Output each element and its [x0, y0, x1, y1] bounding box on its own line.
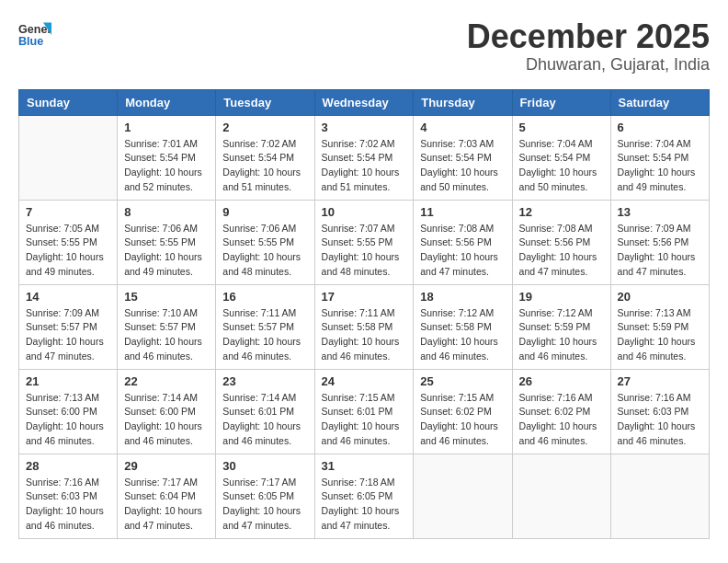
day-info: Sunrise: 7:18 AMSunset: 6:05 PMDaylight:… — [322, 476, 407, 534]
day-info: Sunrise: 7:16 AMSunset: 6:03 PMDaylight:… — [618, 391, 702, 449]
day-info: Sunrise: 7:06 AMSunset: 5:55 PMDaylight:… — [222, 222, 307, 280]
day-number: 25 — [420, 374, 505, 388]
day-number: 3 — [322, 121, 407, 134]
header-sunday: Sunday — [19, 89, 118, 115]
table-cell: 6Sunrise: 7:04 AMSunset: 5:54 PMDaylight… — [610, 115, 709, 200]
day-number: 17 — [322, 290, 407, 304]
day-number: 19 — [519, 290, 604, 304]
days-header-row: Sunday Monday Tuesday Wednesday Thursday… — [19, 89, 710, 115]
day-info: Sunrise: 7:02 AMSunset: 5:54 PMDaylight:… — [322, 137, 407, 195]
week-row: 7Sunrise: 7:05 AMSunset: 5:55 PMDaylight… — [19, 200, 710, 284]
day-info: Sunrise: 7:08 AMSunset: 5:56 PMDaylight:… — [420, 222, 505, 280]
table-cell: 21Sunrise: 7:13 AMSunset: 6:00 PMDayligh… — [19, 369, 118, 454]
day-info: Sunrise: 7:09 AMSunset: 5:57 PMDaylight:… — [26, 306, 110, 364]
table-cell: 17Sunrise: 7:11 AMSunset: 5:58 PMDayligh… — [314, 284, 414, 369]
day-info: Sunrise: 7:15 AMSunset: 6:01 PMDaylight:… — [322, 391, 407, 449]
table-cell: 19Sunrise: 7:12 AMSunset: 5:59 PMDayligh… — [512, 284, 610, 369]
table-cell: 28Sunrise: 7:16 AMSunset: 6:03 PMDayligh… — [19, 454, 118, 538]
table-cell: 29Sunrise: 7:17 AMSunset: 6:04 PMDayligh… — [118, 454, 216, 538]
day-number: 30 — [222, 459, 307, 473]
day-info: Sunrise: 7:14 AMSunset: 6:00 PMDaylight:… — [124, 391, 209, 449]
table-cell: 18Sunrise: 7:12 AMSunset: 5:58 PMDayligh… — [414, 284, 512, 369]
logo: General Blue — [18, 18, 51, 52]
day-info: Sunrise: 7:16 AMSunset: 6:03 PMDaylight:… — [26, 476, 110, 534]
day-number: 23 — [222, 374, 307, 388]
table-cell: 11Sunrise: 7:08 AMSunset: 5:56 PMDayligh… — [414, 200, 512, 284]
header-monday: Monday — [118, 89, 216, 115]
day-info: Sunrise: 7:01 AMSunset: 5:54 PMDaylight:… — [124, 137, 209, 195]
header: General Blue December 2025 Dhuwaran, Guj… — [18, 18, 710, 75]
week-row: 14Sunrise: 7:09 AMSunset: 5:57 PMDayligh… — [19, 284, 710, 369]
day-number: 15 — [124, 290, 209, 304]
table-cell — [19, 115, 118, 200]
day-info: Sunrise: 7:10 AMSunset: 5:57 PMDaylight:… — [124, 306, 209, 364]
week-row: 21Sunrise: 7:13 AMSunset: 6:00 PMDayligh… — [19, 369, 710, 454]
day-info: Sunrise: 7:14 AMSunset: 6:01 PMDaylight:… — [222, 391, 307, 449]
day-info: Sunrise: 7:12 AMSunset: 5:58 PMDaylight:… — [420, 306, 505, 364]
day-info: Sunrise: 7:09 AMSunset: 5:56 PMDaylight:… — [618, 222, 702, 280]
month-title: December 2025 — [467, 18, 710, 55]
day-number: 1 — [124, 121, 209, 134]
day-number: 2 — [222, 121, 307, 134]
table-cell: 27Sunrise: 7:16 AMSunset: 6:03 PMDayligh… — [610, 369, 709, 454]
logo-icon: General Blue — [18, 18, 51, 52]
table-cell: 7Sunrise: 7:05 AMSunset: 5:55 PMDaylight… — [19, 200, 118, 284]
table-cell: 15Sunrise: 7:10 AMSunset: 5:57 PMDayligh… — [118, 284, 216, 369]
day-info: Sunrise: 7:07 AMSunset: 5:55 PMDaylight:… — [322, 222, 407, 280]
day-number: 8 — [124, 205, 209, 219]
svg-text:Blue: Blue — [18, 35, 43, 48]
day-number: 21 — [26, 374, 110, 388]
day-info: Sunrise: 7:12 AMSunset: 5:59 PMDaylight:… — [519, 306, 604, 364]
table-cell: 4Sunrise: 7:03 AMSunset: 5:54 PMDaylight… — [414, 115, 512, 200]
header-tuesday: Tuesday — [216, 89, 314, 115]
table-cell: 16Sunrise: 7:11 AMSunset: 5:57 PMDayligh… — [216, 284, 314, 369]
day-number: 9 — [222, 205, 307, 219]
day-info: Sunrise: 7:17 AMSunset: 6:05 PMDaylight:… — [222, 476, 307, 534]
day-number: 10 — [322, 205, 407, 219]
table-cell: 2Sunrise: 7:02 AMSunset: 5:54 PMDaylight… — [216, 115, 314, 200]
day-info: Sunrise: 7:08 AMSunset: 5:56 PMDaylight:… — [519, 222, 604, 280]
table-cell: 1Sunrise: 7:01 AMSunset: 5:54 PMDaylight… — [118, 115, 216, 200]
day-number: 13 — [618, 205, 702, 219]
table-cell: 22Sunrise: 7:14 AMSunset: 6:00 PMDayligh… — [118, 369, 216, 454]
header-wednesday: Wednesday — [314, 89, 414, 115]
day-info: Sunrise: 7:05 AMSunset: 5:55 PMDaylight:… — [26, 222, 110, 280]
day-number: 18 — [420, 290, 505, 304]
day-info: Sunrise: 7:04 AMSunset: 5:54 PMDaylight:… — [519, 137, 604, 195]
calendar: Sunday Monday Tuesday Wednesday Thursday… — [18, 89, 710, 539]
table-cell: 8Sunrise: 7:06 AMSunset: 5:55 PMDaylight… — [118, 200, 216, 284]
table-cell: 12Sunrise: 7:08 AMSunset: 5:56 PMDayligh… — [512, 200, 610, 284]
day-number: 16 — [222, 290, 307, 304]
week-row: 1Sunrise: 7:01 AMSunset: 5:54 PMDaylight… — [19, 115, 710, 200]
day-number: 27 — [618, 374, 702, 388]
table-cell: 9Sunrise: 7:06 AMSunset: 5:55 PMDaylight… — [216, 200, 314, 284]
day-info: Sunrise: 7:15 AMSunset: 6:02 PMDaylight:… — [420, 391, 505, 449]
header-saturday: Saturday — [610, 89, 709, 115]
day-number: 22 — [124, 374, 209, 388]
table-cell: 25Sunrise: 7:15 AMSunset: 6:02 PMDayligh… — [414, 369, 512, 454]
table-cell: 3Sunrise: 7:02 AMSunset: 5:54 PMDaylight… — [314, 115, 414, 200]
day-number: 26 — [519, 374, 604, 388]
day-number: 4 — [420, 121, 505, 134]
table-cell — [610, 454, 709, 538]
day-info: Sunrise: 7:17 AMSunset: 6:04 PMDaylight:… — [124, 476, 209, 534]
header-friday: Friday — [512, 89, 610, 115]
day-number: 20 — [618, 290, 702, 304]
day-info: Sunrise: 7:13 AMSunset: 5:59 PMDaylight:… — [618, 306, 702, 364]
table-cell: 5Sunrise: 7:04 AMSunset: 5:54 PMDaylight… — [512, 115, 610, 200]
table-cell — [414, 454, 512, 538]
day-number: 29 — [124, 459, 209, 473]
table-cell: 26Sunrise: 7:16 AMSunset: 6:02 PMDayligh… — [512, 369, 610, 454]
table-cell: 13Sunrise: 7:09 AMSunset: 5:56 PMDayligh… — [610, 200, 709, 284]
day-info: Sunrise: 7:06 AMSunset: 5:55 PMDaylight:… — [124, 222, 209, 280]
table-cell: 23Sunrise: 7:14 AMSunset: 6:01 PMDayligh… — [216, 369, 314, 454]
day-info: Sunrise: 7:04 AMSunset: 5:54 PMDaylight:… — [618, 137, 702, 195]
week-row: 28Sunrise: 7:16 AMSunset: 6:03 PMDayligh… — [19, 454, 710, 538]
location-title: Dhuwaran, Gujarat, India — [467, 55, 710, 75]
header-thursday: Thursday — [414, 89, 512, 115]
table-cell — [512, 454, 610, 538]
table-cell: 30Sunrise: 7:17 AMSunset: 6:05 PMDayligh… — [216, 454, 314, 538]
table-cell: 24Sunrise: 7:15 AMSunset: 6:01 PMDayligh… — [314, 369, 414, 454]
day-number: 7 — [26, 205, 110, 219]
day-number: 5 — [519, 121, 604, 134]
